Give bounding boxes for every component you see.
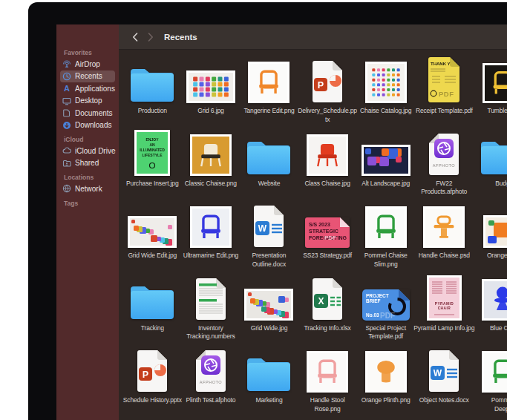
finder-window: FavoritesAirDropRecentsAApplicationsDesk… <box>56 24 507 420</box>
applications-icon: A <box>62 84 71 93</box>
airdrop-icon <box>62 59 71 68</box>
file-item[interactable]: InventoryTracking.numbers <box>182 275 241 347</box>
file-item[interactable]: S/S 2023STRATEGICFORECASTINGPDFSS23 Stra… <box>298 202 357 275</box>
cloud-icon <box>62 146 71 155</box>
file-item[interactable]: Production <box>123 57 182 130</box>
sidebar-item-applications[interactable]: AApplications <box>60 82 115 95</box>
file-item[interactable]: PYRAMIDCHAIRPyramid Lamp Info.jpg <box>415 275 474 347</box>
sidebar-item-shared[interactable]: Shared <box>60 157 115 170</box>
file-icon <box>129 57 175 103</box>
file-icon <box>423 202 465 248</box>
file-item[interactable]: Pommel ChaiseSlim.png <box>356 202 415 275</box>
file-item[interactable]: Tumble Mo <box>474 57 507 130</box>
file-label: Tumble Mo <box>487 107 507 116</box>
file-label: Schedule History.pptx <box>123 396 182 405</box>
file-icon: P <box>135 347 169 393</box>
file-item[interactable]: THANK YPDFReceipt Template.pdf <box>415 57 474 130</box>
file-item[interactable]: PSchedule History.pptx <box>123 347 182 419</box>
svg-text:PROJECT: PROJECT <box>366 293 389 298</box>
clock-icon <box>62 72 71 81</box>
svg-text:BRIEF: BRIEF <box>366 298 381 303</box>
file-icon <box>129 275 175 321</box>
svg-text:A: A <box>64 84 70 93</box>
file-item[interactable]: Grid Wide Edit.jpg <box>123 202 182 275</box>
file-item[interactable]: PDelivery_Schedule.pptx <box>298 57 357 130</box>
window-title: Recents <box>164 33 197 42</box>
file-label: Handle StoolRose.png <box>310 396 345 413</box>
file-label: Purchase Insert.jpg <box>126 180 178 188</box>
file-item[interactable]: Marketing <box>240 347 298 419</box>
file-label: Plinth Test.afphoto <box>186 396 235 405</box>
file-item[interactable]: WPresentationOutline.docx <box>240 202 298 275</box>
svg-text:THANK Y: THANK Y <box>431 62 451 66</box>
file-item[interactable]: AFPHOTOFW22Products.afphoto <box>415 130 474 203</box>
file-icon <box>362 130 410 176</box>
file-label: Grid 6.jpg <box>197 107 223 116</box>
forward-button[interactable] <box>147 32 154 42</box>
file-icon: AFPHOTO <box>427 130 461 176</box>
file-label: Budg <box>495 180 507 188</box>
file-item[interactable]: PROJECTBRIEFNo.03PDFSpecial ProjectTempl… <box>356 275 415 347</box>
sidebar-section-label: Favorites <box>56 48 119 58</box>
file-icon: PYRAMIDCHAIR <box>427 275 462 321</box>
sidebar-item-downloads[interactable]: Downloads <box>60 119 115 132</box>
file-item[interactable]: Alt Landscape.jpg <box>356 130 415 203</box>
file-item[interactable]: Chaise Catalog.jpg <box>356 57 415 130</box>
file-label: Tracking Info.xlsx <box>304 324 351 333</box>
file-item[interactable]: WObject Notes.docx <box>415 347 474 419</box>
sidebar-item-label: Recents <box>75 72 102 80</box>
file-label: Orange Hig <box>487 252 507 260</box>
svg-text:AN: AN <box>150 142 156 147</box>
file-label: Object Notes.docx <box>419 396 469 405</box>
file-label: Marketing <box>255 396 282 405</box>
file-icon: AFPHOTO <box>194 347 228 393</box>
file-item[interactable]: Handle StoolRose.png <box>298 347 357 419</box>
file-item[interactable]: Tangerine Edit.png <box>240 57 298 130</box>
file-icon <box>186 57 235 103</box>
sidebar-item-label: Network <box>75 185 102 193</box>
sidebar-item-label: Downloads <box>75 121 111 129</box>
file-item[interactable]: Ultramarine Edit.png <box>182 202 241 275</box>
file-icon: P <box>310 57 344 103</box>
file-label: Special ProjectTemplate.pdf <box>365 324 405 341</box>
sidebar-section-label: iCloud <box>56 135 119 145</box>
file-item[interactable]: Orange Plinth.png <box>356 347 415 419</box>
file-item[interactable]: ENJOYANILLUMINATEDLIFESTYLEPurchase Inse… <box>123 130 182 203</box>
file-label: Tangerine Edit.png <box>243 107 294 116</box>
file-item[interactable]: Grid Wide.jpg <box>240 275 298 347</box>
file-icon <box>248 57 290 103</box>
file-item[interactable]: Blue Cha <box>474 275 507 347</box>
file-item[interactable]: Budg <box>474 130 507 203</box>
sidebar-item-recents[interactable]: Recents <box>60 70 115 83</box>
svg-text:PDF: PDF <box>380 312 395 320</box>
sidebar-item-network[interactable]: Network <box>60 183 115 195</box>
file-label: Grid Wide Edit.jpg <box>128 252 177 260</box>
sidebar-item-airdrop[interactable]: AirDrop <box>60 58 115 70</box>
file-item[interactable]: Tracking <box>123 275 182 347</box>
file-icon <box>480 130 507 176</box>
shared-folder-icon <box>62 159 71 168</box>
file-label: Handle Chaise.psd <box>419 252 470 260</box>
file-item[interactable]: Classic Chaise.png <box>182 130 241 203</box>
file-icon <box>483 202 507 248</box>
sidebar-item-icloud-drive[interactable]: iCloud Drive <box>60 145 115 157</box>
file-label: Classic Chaise.png <box>185 180 237 188</box>
file-item[interactable]: Class Chaise.jpg <box>298 130 357 203</box>
file-item[interactable]: Website <box>240 130 298 203</box>
svg-text:STRATEGIC: STRATEGIC <box>309 229 338 234</box>
file-item[interactable]: Orange Hig <box>474 202 507 275</box>
file-label: Chaise Catalog.jpg <box>360 107 411 116</box>
svg-text:AFPHOTO: AFPHOTO <box>200 380 223 384</box>
svg-text:PYRAMID: PYRAMID <box>434 302 454 306</box>
file-item[interactable]: AFPHOTOPlinth Test.afphoto <box>182 347 241 419</box>
back-button[interactable] <box>131 32 139 42</box>
sidebar-item-desktop[interactable]: Desktop <box>60 95 115 108</box>
svg-text:W: W <box>434 368 442 378</box>
svg-text:X: X <box>318 296 324 306</box>
file-icon: W <box>252 202 286 248</box>
file-item[interactable]: Grid 6.jpg <box>182 57 241 130</box>
sidebar-item-documents[interactable]: Documents <box>60 107 115 119</box>
file-item[interactable]: XTracking Info.xlsx <box>298 275 357 347</box>
file-item[interactable]: Handle Chaise.psd <box>415 202 474 275</box>
file-item[interactable]: PommelDeep. <box>474 347 507 419</box>
